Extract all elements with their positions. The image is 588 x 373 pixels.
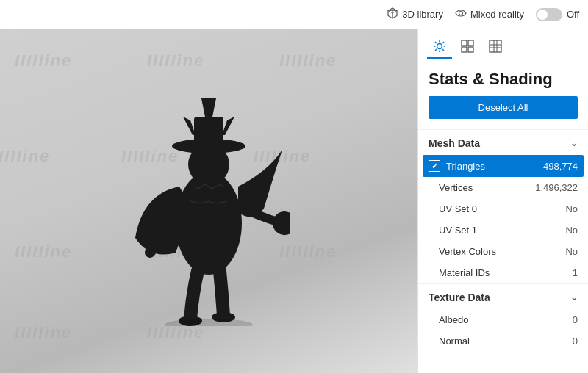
svg-point-8 [273, 211, 290, 235]
albedo-row: Albedo 0 [418, 309, 588, 330]
toggle-off-label: Off [567, 9, 579, 20]
tab-sun[interactable] [427, 35, 452, 59]
mesh-data-chevron: ⌄ [570, 138, 578, 148]
mixed-reality-toggle[interactable] [536, 8, 562, 21]
3d-viewport[interactable]: IIIIIine IIIIIine IIIIIine IIIIIine IIII… [0, 29, 417, 373]
svg-point-0 [459, 12, 462, 15]
3d-library-button[interactable]: 3D library [387, 7, 443, 21]
watermark: IIIIIine [147, 51, 204, 70]
svg-rect-29 [468, 47, 473, 52]
svg-marker-6 [183, 117, 196, 135]
triangles-checkbox[interactable] [429, 160, 440, 172]
svg-marker-7 [222, 117, 234, 135]
uv-set-0-value: No [565, 203, 578, 214]
grid2-icon [489, 40, 502, 53]
vertices-row: Vertices 1,496,322 [418, 177, 588, 198]
svg-rect-4 [194, 117, 223, 148]
svg-rect-28 [462, 47, 467, 52]
svg-marker-5 [201, 98, 216, 117]
sun-icon [433, 40, 446, 53]
mixed-reality-icon [455, 7, 467, 21]
triangles-value: 498,774 [543, 161, 578, 172]
texture-data-label: Texture Data [429, 291, 490, 303]
svg-rect-30 [490, 40, 501, 52]
uv-set-1-row: UV Set 1 No [418, 220, 588, 241]
main-content: IIIIIine IIIIIine IIIIIine IIIIIine IIII… [0, 29, 588, 373]
material-ids-label: Material IDs [439, 267, 573, 278]
triangles-label: Triangles [446, 161, 543, 172]
material-ids-value: 1 [573, 267, 578, 278]
svg-line-25 [435, 49, 437, 51]
watermark: IIIIIine [15, 323, 72, 342]
svg-line-24 [442, 42, 444, 43]
right-panel: Stats & Shading Deselect All Mesh Data ⌄… [417, 29, 588, 373]
uv-set-0-label: UV Set 0 [439, 203, 565, 214]
vertex-colors-label: Vertex Colors [439, 246, 565, 257]
grid-icon [461, 40, 474, 53]
texture-data-header[interactable]: Texture Data ⌄ [418, 283, 588, 309]
topbar: 3D library Mixed reality Off [0, 0, 588, 29]
triangles-row[interactable]: Triangles 498,774 [423, 155, 584, 177]
normal-label: Normal [439, 336, 573, 347]
mesh-data-header[interactable]: Mesh Data ⌄ [418, 129, 588, 155]
panel-tabs [418, 29, 588, 59]
albedo-label: Albedo [439, 314, 573, 325]
mesh-data-label: Mesh Data [429, 137, 480, 149]
watermark: IIIIIine [0, 147, 50, 166]
toggle-container: Off [536, 8, 579, 21]
mixed-reality-label: Mixed reality [470, 9, 524, 20]
vertices-value: 1,496,322 [535, 182, 578, 193]
mixed-reality-button[interactable]: Mixed reality [455, 7, 524, 21]
uv-set-0-row: UV Set 0 No [418, 198, 588, 220]
svg-line-22 [435, 42, 437, 43]
material-ids-row: Material IDs 1 [418, 262, 588, 283]
vertex-colors-row: Vertex Colors No [418, 241, 588, 262]
texture-data-chevron: ⌄ [570, 292, 578, 303]
svg-line-23 [442, 49, 444, 51]
uv-set-1-value: No [565, 225, 578, 236]
cube-icon [387, 7, 398, 21]
panel-title: Stats & Shading [418, 59, 588, 96]
svg-point-16 [165, 319, 253, 326]
svg-rect-27 [468, 40, 473, 46]
svg-point-17 [437, 44, 442, 49]
deselect-all-button[interactable]: Deselect All [429, 96, 578, 119]
tab-grid2[interactable] [483, 35, 508, 59]
albedo-value: 0 [573, 314, 578, 325]
watermark: IIIIIine [279, 51, 337, 70]
vertex-colors-value: No [565, 246, 578, 257]
vertices-label: Vertices [439, 182, 535, 193]
3d-figure [128, 76, 290, 326]
watermark: IIIIIine [15, 242, 72, 261]
svg-rect-26 [462, 40, 467, 46]
watermark: IIIIIine [15, 51, 72, 70]
uv-set-1-label: UV Set 1 [439, 225, 565, 236]
3d-library-label: 3D library [402, 9, 443, 20]
tab-grid[interactable] [455, 35, 480, 59]
normal-value: 0 [573, 336, 578, 347]
normal-row: Normal 0 [418, 330, 588, 352]
